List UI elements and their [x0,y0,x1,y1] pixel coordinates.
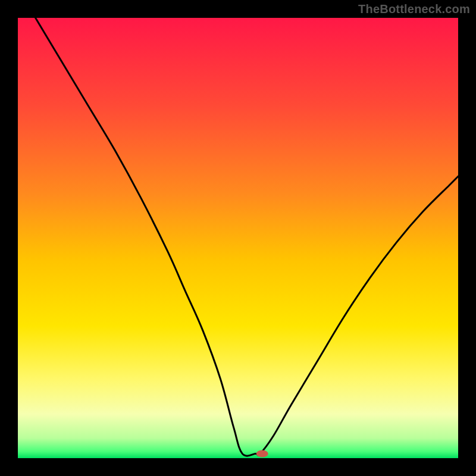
plot-area [18,18,458,458]
chart-container: TheBottleneck.com [0,0,476,476]
watermark-text: TheBottleneck.com [358,2,470,16]
bottleneck-chart [18,18,458,458]
optimal-point-marker [256,450,268,458]
gradient-background [18,18,458,458]
